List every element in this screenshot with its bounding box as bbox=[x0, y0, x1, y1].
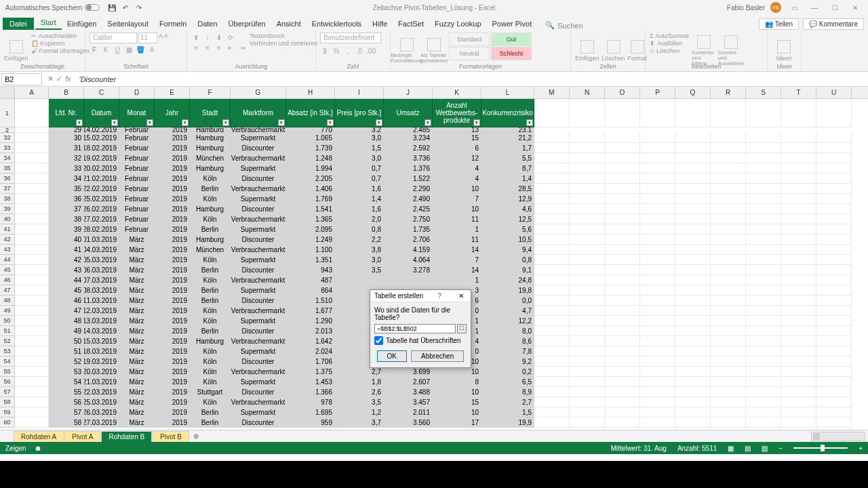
font-color-button[interactable]: A bbox=[147, 45, 157, 54]
view-normal-icon[interactable]: ▦ bbox=[728, 445, 734, 452]
style-bad[interactable]: Schlecht bbox=[491, 47, 532, 60]
table-header[interactable]: Datum▾ bbox=[84, 99, 119, 127]
cell[interactable]: 54 bbox=[49, 377, 84, 387]
cell[interactable]: 4 bbox=[433, 174, 481, 184]
file-tab[interactable]: Datei bbox=[3, 18, 34, 30]
cell[interactable]: Hamburg bbox=[190, 336, 231, 346]
cell[interactable]: 26.03.2019 bbox=[84, 407, 119, 418]
cell[interactable]: 2.750 bbox=[384, 214, 433, 224]
bold-button[interactable]: F bbox=[90, 45, 99, 54]
cell[interactable]: 4.064 bbox=[384, 255, 433, 265]
cell[interactable]: 42 bbox=[49, 255, 84, 265]
cell[interactable]: 0,7 bbox=[335, 174, 384, 184]
align-right-icon[interactable]: ≡ bbox=[214, 43, 224, 52]
cell[interactable]: Berlin bbox=[190, 285, 231, 296]
cell[interactable]: Supermarkt bbox=[231, 255, 286, 265]
cell[interactable]: 2019 bbox=[155, 285, 190, 296]
style-neutral[interactable]: Neutral bbox=[449, 47, 490, 60]
cell[interactable]: Februar bbox=[119, 153, 155, 163]
column-header[interactable]: E bbox=[155, 87, 190, 98]
cell[interactable]: 2.290 bbox=[384, 184, 433, 194]
row-header[interactable]: 41 bbox=[0, 224, 15, 235]
maximize-icon[interactable]: ☐ bbox=[827, 4, 842, 12]
cell[interactable]: Berlin bbox=[190, 418, 231, 428]
share-button[interactable]: 👥 Teilen bbox=[759, 18, 799, 30]
add-sheet-button[interactable]: ⊕ bbox=[190, 430, 202, 443]
cell[interactable]: 51 bbox=[49, 346, 84, 357]
undo-icon[interactable]: ↶ bbox=[121, 3, 130, 12]
cell[interactable]: Köln bbox=[190, 275, 231, 285]
cancel-formula-icon[interactable]: ✕ bbox=[47, 75, 54, 83]
cell[interactable]: 978 bbox=[286, 397, 335, 407]
cell[interactable]: 1 bbox=[433, 275, 481, 285]
search-box[interactable]: 🔍 Suchen bbox=[545, 21, 583, 30]
cell[interactable]: 14 bbox=[433, 245, 481, 255]
column-header[interactable]: U bbox=[816, 87, 852, 98]
filter-icon[interactable]: ▾ bbox=[146, 119, 153, 126]
autosave-toggle[interactable] bbox=[85, 4, 100, 11]
sheet-tab[interactable]: Pivot B bbox=[153, 431, 189, 442]
cell[interactable]: 3,0 bbox=[335, 153, 384, 163]
cell[interactable]: 2019 bbox=[155, 367, 190, 377]
row-header[interactable]: 40 bbox=[0, 214, 15, 224]
zoom-slider[interactable] bbox=[793, 447, 848, 449]
font-family-combo[interactable]: Calibri bbox=[90, 33, 137, 43]
row-header[interactable]: 60 bbox=[0, 418, 15, 428]
cell[interactable]: 5,6 bbox=[481, 224, 534, 235]
row-header[interactable]: 56 bbox=[0, 377, 15, 387]
cell[interactable]: 3.278 bbox=[384, 265, 433, 275]
row-header[interactable]: 36 bbox=[0, 174, 15, 184]
cell[interactable]: März bbox=[119, 235, 155, 245]
cell[interactable]: 3,5 bbox=[335, 397, 384, 407]
cell[interactable]: 2.706 bbox=[384, 235, 433, 245]
table-header[interactable]: Umsatz▾ bbox=[384, 99, 433, 127]
cell[interactable]: 10,5 bbox=[481, 235, 534, 245]
cell[interactable]: 1.249 bbox=[286, 235, 335, 245]
column-header[interactable]: K bbox=[433, 87, 481, 98]
cell[interactable]: Berlin bbox=[190, 224, 231, 235]
cell[interactable]: 2019 bbox=[155, 184, 190, 194]
cell[interactable]: 1.065 bbox=[286, 133, 335, 143]
cell[interactable]: Supermarkt bbox=[231, 377, 286, 387]
row-header[interactable]: 47 bbox=[0, 285, 15, 296]
cell[interactable]: 28.02.2019 bbox=[84, 224, 119, 235]
cell[interactable]: Köln bbox=[190, 194, 231, 204]
row-header[interactable]: 54 bbox=[0, 357, 15, 367]
confirm-formula-icon[interactable]: ✓ bbox=[56, 75, 62, 83]
cell[interactable]: März bbox=[119, 265, 155, 275]
cell[interactable]: 1.376 bbox=[384, 163, 433, 174]
column-header[interactable]: P bbox=[640, 87, 675, 98]
ribbon-options-icon[interactable]: ▭ bbox=[787, 4, 802, 12]
dialog-range-select-icon[interactable]: ⬚ bbox=[457, 324, 467, 333]
table-header[interactable]: Stadt▾ bbox=[190, 99, 231, 127]
cell[interactable]: Supermarkt bbox=[231, 285, 286, 296]
cell[interactable]: Discounter bbox=[231, 235, 286, 245]
ribbon-tab[interactable]: Ansicht bbox=[271, 18, 307, 30]
cell[interactable]: 9,2 bbox=[481, 357, 534, 367]
row-header[interactable]: 44 bbox=[0, 255, 15, 265]
cell[interactable]: Verbrauchermarkt bbox=[231, 367, 286, 377]
column-header[interactable]: N bbox=[570, 87, 605, 98]
cell[interactable]: Stuttgart bbox=[190, 387, 231, 397]
cell[interactable]: 10 bbox=[433, 204, 481, 214]
cell[interactable]: 2019 bbox=[155, 224, 190, 235]
cell[interactable]: 3.736 bbox=[384, 153, 433, 163]
cell[interactable]: Köln bbox=[190, 306, 231, 316]
decrease-font-icon[interactable]: A bbox=[164, 33, 168, 43]
cell[interactable]: 7 bbox=[433, 255, 481, 265]
cell[interactable]: 2.592 bbox=[384, 143, 433, 153]
style-standard[interactable]: Standard bbox=[449, 33, 490, 46]
decrease-decimal-icon[interactable]: .00 bbox=[366, 46, 376, 56]
italic-button[interactable]: K bbox=[101, 45, 111, 54]
cell[interactable]: Discounter bbox=[231, 265, 286, 275]
cell[interactable]: Berlin bbox=[190, 407, 231, 418]
cell[interactable]: 9,4 bbox=[481, 245, 534, 255]
macro-record-icon[interactable]: ⏺ bbox=[35, 445, 41, 452]
cell[interactable]: März bbox=[119, 397, 155, 407]
cell[interactable]: 13.03.2019 bbox=[84, 316, 119, 326]
cell[interactable]: 1.677 bbox=[286, 306, 335, 316]
cell[interactable]: 2019 bbox=[155, 418, 190, 428]
horizontal-scrollbar[interactable] bbox=[811, 432, 865, 441]
cell[interactable]: 01.03.2019 bbox=[84, 235, 119, 245]
table-header[interactable]: Monat▾ bbox=[119, 99, 155, 127]
